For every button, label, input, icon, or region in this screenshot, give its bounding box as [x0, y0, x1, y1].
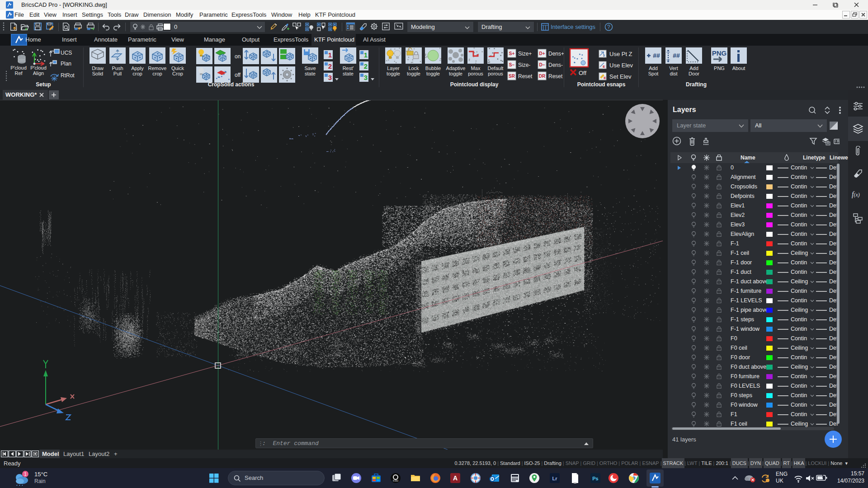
svg-text:Size+: Size+: [518, 51, 532, 57]
svg-text:Door: Door: [689, 71, 699, 76]
svg-text:PNG: PNG: [714, 66, 725, 71]
svg-text:Lr: Lr: [552, 476, 558, 481]
svg-text:Pointcloud display: Pointcloud display: [450, 81, 499, 88]
svg-text:3: 3: [364, 74, 368, 81]
svg-text:Set Elev: Set Elev: [609, 73, 632, 80]
svg-text:crop: crop: [132, 71, 142, 76]
svg-text:Plan: Plan: [61, 61, 71, 67]
svg-text:Crop: Crop: [172, 71, 183, 76]
svg-text:?: ?: [607, 24, 610, 30]
svg-text:SR: SR: [509, 74, 515, 79]
svg-text:toggle: toggle: [387, 71, 400, 76]
svg-text:2: 2: [328, 62, 332, 70]
svg-text:toggle: toggle: [449, 71, 462, 76]
svg-text:P'cloud: P'cloud: [30, 65, 47, 70]
svg-text:P'cloud: P'cloud: [10, 65, 27, 70]
svg-text:DR: DR: [539, 74, 546, 79]
svg-text:R360: R360: [393, 479, 398, 482]
svg-text:E: E: [604, 76, 606, 80]
svg-text:Default: Default: [488, 66, 504, 71]
svg-text:on: on: [235, 53, 241, 60]
svg-text:Reset: Reset: [518, 73, 533, 80]
svg-text:Spot: Spot: [648, 71, 659, 76]
svg-text:Setup: Setup: [36, 81, 51, 88]
svg-text:Ref: Ref: [14, 70, 23, 76]
svg-text:##: ##: [653, 52, 660, 59]
svg-text:Ps: Ps: [592, 476, 598, 481]
svg-text:3: 3: [328, 74, 332, 81]
svg-text:Layer: Layer: [387, 66, 400, 71]
svg-text:D−: D−: [539, 62, 545, 67]
svg-text:RtRot: RtRot: [61, 72, 75, 79]
svg-text:Drafting: Drafting: [686, 81, 707, 88]
svg-text:Add: Add: [689, 66, 698, 71]
svg-text:Push: Push: [112, 66, 123, 71]
svg-text:porous: porous: [468, 71, 483, 76]
svg-text:toggle: toggle: [426, 71, 440, 76]
svg-text:UCS: UCS: [61, 50, 72, 56]
svg-text:D+: D+: [539, 51, 545, 56]
svg-text:1: 1: [24, 472, 27, 477]
svg-text:Vert: Vert: [669, 66, 678, 71]
svg-text:About: About: [732, 66, 745, 71]
svg-text:Bubble: Bubble: [425, 66, 441, 71]
svg-text:Add: Add: [649, 66, 658, 71]
svg-text:Max: Max: [471, 66, 481, 71]
svg-text:Remove: Remove: [148, 66, 167, 71]
svg-text:Use Elev: Use Elev: [609, 62, 633, 69]
svg-text:Off: Off: [579, 70, 586, 76]
svg-text:Size-: Size-: [518, 62, 530, 68]
svg-text:Quick: Quick: [171, 66, 184, 71]
svg-text:Reset: Reset: [548, 73, 563, 80]
svg-text:Solid: Solid: [92, 71, 103, 76]
svg-text:dist: dist: [670, 71, 677, 76]
svg-text:Align: Align: [33, 70, 44, 76]
svg-text:z: z: [603, 53, 605, 57]
svg-text:S−: S−: [509, 62, 515, 67]
svg-text:2: 2: [364, 62, 368, 70]
svg-text:state: state: [343, 71, 354, 76]
svg-text:toggle: toggle: [407, 71, 420, 76]
svg-text:Adaptive: Adaptive: [446, 66, 466, 71]
svg-text:Apply: Apply: [131, 66, 144, 71]
svg-text:PNG: PNG: [712, 49, 727, 57]
svg-text:Use Pt Z: Use Pt Z: [609, 51, 632, 57]
svg-text:A: A: [453, 474, 458, 482]
svg-text:Pointcloud esnaps: Pointcloud esnaps: [577, 81, 626, 88]
svg-text:##: ##: [673, 52, 680, 59]
svg-text:1: 1: [364, 51, 368, 59]
svg-text:off: off: [235, 72, 241, 78]
svg-text:Draw: Draw: [92, 66, 104, 71]
svg-text:crop: crop: [152, 71, 162, 76]
svg-text:S+: S+: [509, 51, 515, 56]
svg-text:Rest': Rest': [343, 66, 354, 71]
svg-text:Dens+: Dens+: [548, 51, 564, 57]
svg-text:Dens-: Dens-: [548, 62, 563, 68]
svg-text:E: E: [603, 65, 605, 69]
svg-text:porous: porous: [488, 71, 503, 76]
svg-text:state: state: [305, 71, 316, 76]
svg-text:Pull: Pull: [113, 71, 122, 76]
svg-text:Save: Save: [304, 66, 316, 71]
svg-text:CropSolid actions: CropSolid actions: [208, 81, 255, 88]
svg-text:1: 1: [328, 51, 332, 59]
svg-text:Lock: Lock: [408, 66, 419, 71]
